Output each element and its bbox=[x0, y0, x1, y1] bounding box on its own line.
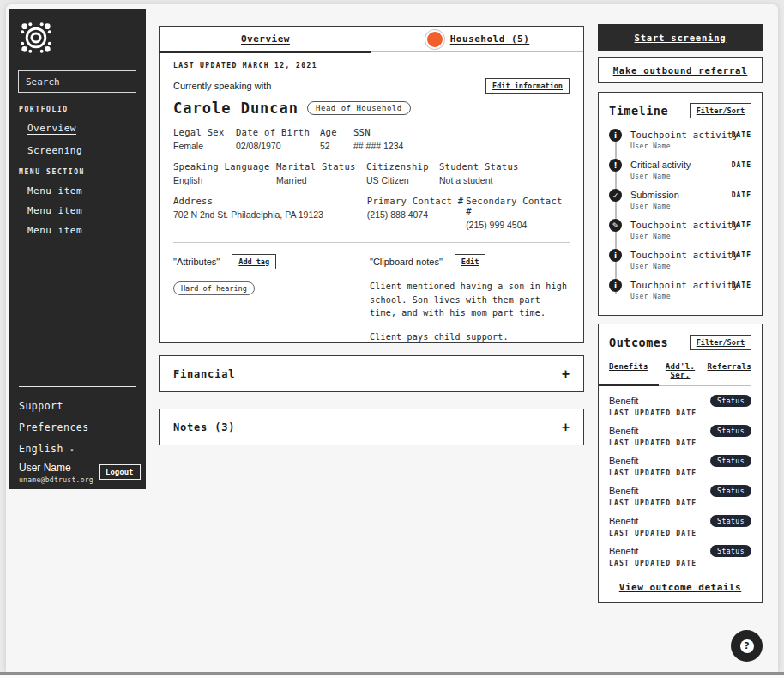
notes-accordion[interactable]: Notes (3) + bbox=[159, 409, 584, 445]
start-screening-button[interactable]: Start screening bbox=[598, 24, 763, 51]
outcome-title: Benefit bbox=[609, 546, 638, 556]
timeline-item-date: DATE bbox=[732, 191, 751, 199]
timeline-item-title: Touchpoint activity bbox=[630, 250, 739, 260]
financial-accordion-title: Financial bbox=[173, 368, 235, 380]
outcomes-filter-sort-button[interactable]: Filter/Sort bbox=[690, 335, 751, 350]
attributes-title: "Attributes" bbox=[173, 257, 220, 267]
sidebar-divider bbox=[19, 386, 136, 387]
clipboard-note-paragraph: Client pays child support. bbox=[370, 330, 570, 344]
search-input[interactable] bbox=[18, 70, 136, 93]
outcomes-card: Outcomes Filter/Sort Benefits Add'l. Ser… bbox=[598, 324, 763, 603]
outcome-updated: LAST UPDATED DATE bbox=[609, 560, 697, 567]
edit-information-button[interactable]: Edit information bbox=[485, 78, 570, 94]
app-root: PORTFOLIO Overview Screening MENU SECTIO… bbox=[0, 0, 784, 678]
client-name: Carole Duncan bbox=[173, 100, 299, 117]
timeline-item-title: Touchpoint activity bbox=[630, 130, 739, 140]
field-student-status: Student Status Not a student bbox=[439, 161, 519, 185]
info-icon: i bbox=[609, 249, 622, 262]
outcomes-tabs: Benefits Add'l. Ser. Referrals bbox=[609, 362, 751, 386]
tab-overview[interactable]: Overview bbox=[160, 27, 371, 51]
sidebar-menu-item-1[interactable]: Menu item bbox=[27, 185, 82, 197]
alert-icon: ! bbox=[609, 159, 622, 172]
clipboard-note-paragraph: Client mentioned having a son in high sc… bbox=[370, 280, 570, 320]
status-badge: Status bbox=[710, 425, 751, 437]
field-ssn: SSN ## ### 1234 bbox=[353, 127, 403, 151]
status-badge: Status bbox=[710, 545, 751, 557]
field-label: Primary Contact # bbox=[367, 196, 466, 206]
view-outcome-details-link[interactable]: View outcome details bbox=[619, 582, 741, 593]
help-button[interactable]: ? bbox=[731, 630, 763, 662]
user-name: User Name bbox=[19, 462, 71, 474]
sidebar-menu-item-2[interactable]: Menu item bbox=[27, 205, 82, 216]
edit-icon: ✎ bbox=[609, 219, 622, 232]
field-value: Female bbox=[173, 141, 236, 151]
status-badge: Status bbox=[710, 455, 751, 467]
make-outbound-referral-button[interactable]: Make outbound referral bbox=[598, 57, 763, 83]
timeline-item-user: User Name bbox=[630, 263, 671, 270]
outcome-item: Benefit Status LAST UPDATED DATE bbox=[609, 455, 751, 485]
logout-button[interactable]: Logout bbox=[99, 464, 141, 480]
clipboard-notes-section: "Clipboard notes" Edit Client mentioned … bbox=[370, 254, 570, 343]
field-secondary-contact: Secondary Contact # (215) 999 4504 bbox=[466, 196, 570, 230]
field-label: Student Status bbox=[439, 161, 519, 172]
user-email: uname@bdtrust.org bbox=[19, 476, 93, 484]
tab-benefits[interactable]: Benefits bbox=[609, 362, 656, 385]
tab-household[interactable]: Household (5) bbox=[371, 27, 583, 51]
timeline-item: ! Critical activity DATE User Name bbox=[609, 159, 751, 189]
field-value: ## ### 1234 bbox=[353, 141, 403, 151]
portfolio-section-label: PORTFOLIO bbox=[19, 106, 69, 113]
tab-referrals[interactable]: Referrals bbox=[704, 362, 751, 385]
timeline-item-user: User Name bbox=[630, 203, 671, 210]
tab-addl-services[interactable]: Add'l. Ser. bbox=[656, 362, 703, 385]
section-divider bbox=[173, 242, 570, 243]
add-tag-button[interactable]: Add tag bbox=[232, 254, 276, 269]
field-value: 702 N 2nd St. Philadelphia, PA 19123 bbox=[173, 209, 367, 220]
language-dropdown[interactable]: English ▾ bbox=[19, 443, 75, 455]
timeline-item-user: User Name bbox=[630, 142, 671, 150]
info-icon: i bbox=[609, 129, 622, 142]
sidebar-menu-item-3[interactable]: Menu item bbox=[27, 225, 82, 236]
field-value: 52 bbox=[320, 141, 353, 151]
field-label: SSN bbox=[353, 127, 403, 137]
outcome-item: Benefit Status LAST UPDATED DATE bbox=[609, 395, 751, 425]
timeline-item: i Touchpoint activity DATE User Name bbox=[609, 249, 751, 279]
clipboard-notes-title: "Clipboard notes" bbox=[370, 257, 443, 267]
field-citizenship: Citizenship US Citizen bbox=[366, 161, 439, 185]
timeline-item: ✓ Submission DATE User Name bbox=[609, 189, 751, 219]
field-speaking-language: Speaking Language English bbox=[173, 161, 276, 185]
sidebar-item-screening[interactable]: Screening bbox=[27, 145, 82, 156]
field-label: Speaking Language bbox=[173, 161, 276, 172]
timeline-filter-sort-button[interactable]: Filter/Sort bbox=[690, 103, 751, 118]
outcomes-title: Outcomes bbox=[609, 336, 668, 349]
preferences-link[interactable]: Preferences bbox=[19, 421, 89, 433]
field-value: (215) 999 4504 bbox=[466, 220, 570, 230]
sidebar: PORTFOLIO Overview Screening MENU SECTIO… bbox=[9, 9, 146, 489]
timeline-item: i Touchpoint activity DATE User Name bbox=[609, 279, 751, 309]
client-card: Overview Household (5) LAST UPDATED MARC… bbox=[159, 26, 584, 343]
outcome-updated: LAST UPDATED DATE bbox=[609, 439, 697, 447]
last-updated: LAST UPDATED MARCH 12, 2021 bbox=[173, 62, 570, 70]
attribute-tag: Hard of hearing bbox=[173, 281, 255, 295]
status-badge: Status bbox=[710, 515, 751, 527]
timeline-item-title: Submission bbox=[630, 190, 679, 200]
tab-overview-label: Overview bbox=[241, 33, 290, 45]
timeline-item-date: DATE bbox=[732, 221, 751, 229]
field-label: Address bbox=[173, 196, 367, 206]
field-value: US Citizen bbox=[366, 175, 439, 185]
check-icon: ✓ bbox=[609, 189, 622, 202]
support-link[interactable]: Support bbox=[19, 400, 63, 412]
sidebar-item-overview[interactable]: Overview bbox=[27, 123, 76, 134]
timeline-item-date: DATE bbox=[732, 161, 751, 169]
timeline-item-date: DATE bbox=[732, 281, 751, 289]
financial-accordion[interactable]: Financial + bbox=[159, 355, 584, 392]
status-badge: Status bbox=[710, 485, 751, 497]
field-marital-status: Marital Status Married bbox=[276, 161, 366, 185]
plus-icon: + bbox=[562, 366, 570, 382]
tabbar: Overview Household (5) bbox=[160, 27, 583, 52]
field-value: Married bbox=[276, 175, 366, 185]
role-badge: Head of Household bbox=[307, 101, 411, 115]
question-mark-icon: ? bbox=[740, 639, 754, 653]
outcome-updated: LAST UPDATED DATE bbox=[609, 530, 697, 537]
field-legal-sex: Legal Sex Female bbox=[173, 127, 236, 151]
edit-notes-button[interactable]: Edit bbox=[455, 254, 485, 269]
